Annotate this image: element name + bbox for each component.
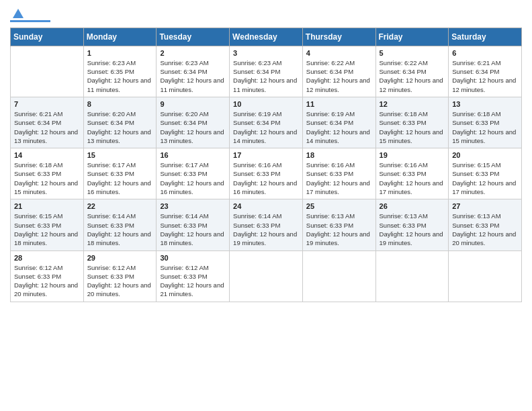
calendar-cell: 22Sunrise: 6:14 AMSunset: 6:33 PMDayligh… — [83, 199, 157, 250]
calendar-week-4: 21Sunrise: 6:15 AMSunset: 6:33 PMDayligh… — [11, 199, 522, 250]
day-number: 22 — [87, 202, 153, 210]
calendar-cell: 20Sunrise: 6:15 AMSunset: 6:33 PMDayligh… — [449, 148, 522, 199]
calendar-cell: 16Sunrise: 6:17 AMSunset: 6:33 PMDayligh… — [157, 148, 230, 199]
day-number: 26 — [380, 202, 445, 210]
calendar-cell: 7Sunrise: 6:21 AMSunset: 6:34 PMDaylight… — [11, 97, 84, 148]
calendar-cell — [11, 46, 84, 97]
calendar-cell: 17Sunrise: 6:16 AMSunset: 6:33 PMDayligh… — [230, 148, 303, 199]
calendar-cell: 3Sunrise: 6:23 AMSunset: 6:34 PMDaylight… — [230, 46, 303, 97]
calendar-cell — [302, 250, 375, 302]
day-number: 5 — [380, 49, 445, 57]
day-number: 2 — [160, 49, 226, 57]
weekday-header-saturday: Saturday — [449, 28, 522, 46]
calendar-cell: 26Sunrise: 6:13 AMSunset: 6:33 PMDayligh… — [375, 199, 449, 250]
day-number: 7 — [14, 100, 80, 108]
day-info: Sunrise: 6:13 AMSunset: 6:33 PMDaylight:… — [306, 212, 372, 247]
day-info: Sunrise: 6:18 AMSunset: 6:33 PMDaylight:… — [380, 109, 445, 145]
calendar-week-2: 7Sunrise: 6:21 AMSunset: 6:34 PMDaylight… — [11, 97, 522, 148]
calendar-cell: 23Sunrise: 6:14 AMSunset: 6:33 PMDayligh… — [157, 199, 230, 250]
day-info: Sunrise: 6:17 AMSunset: 6:33 PMDaylight:… — [160, 161, 226, 196]
calendar-cell: 14Sunrise: 6:18 AMSunset: 6:33 PMDayligh… — [11, 148, 84, 199]
day-number: 14 — [14, 151, 80, 159]
weekday-header-tuesday: Tuesday — [157, 28, 230, 46]
calendar-cell: 15Sunrise: 6:17 AMSunset: 6:33 PMDayligh… — [83, 148, 157, 199]
day-info: Sunrise: 6:20 AMSunset: 6:34 PMDaylight:… — [87, 109, 153, 145]
day-info: Sunrise: 6:16 AMSunset: 6:33 PMDaylight:… — [233, 161, 299, 196]
day-number: 25 — [306, 202, 372, 210]
logo-underline — [10, 20, 50, 22]
day-number: 16 — [160, 151, 226, 159]
day-info: Sunrise: 6:16 AMSunset: 6:33 PMDaylight:… — [306, 161, 372, 196]
day-number: 20 — [452, 151, 518, 159]
day-number: 30 — [160, 254, 226, 262]
calendar-cell: 21Sunrise: 6:15 AMSunset: 6:33 PMDayligh… — [11, 199, 84, 250]
weekday-header-monday: Monday — [83, 28, 157, 46]
day-info: Sunrise: 6:18 AMSunset: 6:33 PMDaylight:… — [452, 109, 518, 145]
day-info: Sunrise: 6:12 AMSunset: 6:33 PMDaylight:… — [14, 263, 80, 299]
calendar-cell: 4Sunrise: 6:22 AMSunset: 6:34 PMDaylight… — [302, 46, 375, 97]
day-info: Sunrise: 6:23 AMSunset: 6:35 PMDaylight:… — [87, 58, 153, 94]
day-number: 10 — [233, 100, 299, 108]
day-info: Sunrise: 6:22 AMSunset: 6:34 PMDaylight:… — [306, 58, 372, 94]
day-info: Sunrise: 6:12 AMSunset: 6:33 PMDaylight:… — [160, 263, 226, 299]
calendar-cell: 25Sunrise: 6:13 AMSunset: 6:33 PMDayligh… — [302, 199, 375, 250]
calendar-cell: 13Sunrise: 6:18 AMSunset: 6:33 PMDayligh… — [449, 97, 522, 148]
day-info: Sunrise: 6:23 AMSunset: 6:34 PMDaylight:… — [233, 58, 299, 94]
weekday-header-friday: Friday — [375, 28, 449, 46]
calendar-cell: 10Sunrise: 6:19 AMSunset: 6:34 PMDayligh… — [230, 97, 303, 148]
calendar-cell: 19Sunrise: 6:16 AMSunset: 6:33 PMDayligh… — [375, 148, 449, 199]
calendar-cell — [230, 250, 303, 302]
calendar-cell: 1Sunrise: 6:23 AMSunset: 6:35 PMDaylight… — [83, 46, 157, 97]
calendar-week-1: 1Sunrise: 6:23 AMSunset: 6:35 PMDaylight… — [11, 46, 522, 97]
calendar-cell: 18Sunrise: 6:16 AMSunset: 6:33 PMDayligh… — [302, 148, 375, 199]
day-info: Sunrise: 6:14 AMSunset: 6:33 PMDaylight:… — [87, 212, 153, 247]
weekday-header-wednesday: Wednesday — [230, 28, 303, 46]
day-number: 17 — [233, 151, 299, 159]
day-number: 6 — [452, 49, 518, 57]
calendar-cell — [449, 250, 522, 302]
day-number: 21 — [14, 202, 80, 210]
calendar-cell: 24Sunrise: 6:14 AMSunset: 6:33 PMDayligh… — [230, 199, 303, 250]
day-number: 9 — [160, 100, 226, 108]
calendar-week-5: 28Sunrise: 6:12 AMSunset: 6:33 PMDayligh… — [11, 250, 522, 302]
day-number: 27 — [452, 202, 518, 210]
calendar-cell: 2Sunrise: 6:23 AMSunset: 6:34 PMDaylight… — [157, 46, 230, 97]
calendar-cell — [375, 250, 449, 302]
calendar-cell: 11Sunrise: 6:19 AMSunset: 6:34 PMDayligh… — [302, 97, 375, 148]
calendar-cell: 27Sunrise: 6:13 AMSunset: 6:33 PMDayligh… — [449, 199, 522, 250]
calendar-cell: 8Sunrise: 6:20 AMSunset: 6:34 PMDaylight… — [83, 97, 157, 148]
calendar-cell: 28Sunrise: 6:12 AMSunset: 6:33 PMDayligh… — [11, 250, 84, 302]
header — [10, 7, 522, 22]
calendar-cell: 29Sunrise: 6:12 AMSunset: 6:33 PMDayligh… — [83, 250, 157, 302]
day-info: Sunrise: 6:21 AMSunset: 6:34 PMDaylight:… — [14, 109, 80, 145]
calendar-table: SundayMondayTuesdayWednesdayThursdayFrid… — [10, 28, 522, 302]
day-number: 29 — [87, 254, 153, 262]
day-info: Sunrise: 6:20 AMSunset: 6:34 PMDaylight:… — [160, 109, 226, 145]
day-number: 28 — [14, 254, 80, 262]
day-number: 11 — [306, 100, 372, 108]
calendar-cell: 6Sunrise: 6:21 AMSunset: 6:34 PMDaylight… — [449, 46, 522, 97]
day-info: Sunrise: 6:13 AMSunset: 6:33 PMDaylight:… — [380, 212, 445, 247]
day-number: 8 — [87, 100, 153, 108]
day-number: 19 — [380, 151, 445, 159]
day-number: 12 — [380, 100, 445, 108]
day-number: 23 — [160, 202, 226, 210]
calendar-cell: 5Sunrise: 6:22 AMSunset: 6:34 PMDaylight… — [375, 46, 449, 97]
day-info: Sunrise: 6:15 AMSunset: 6:33 PMDaylight:… — [452, 161, 518, 196]
calendar-header-row: SundayMondayTuesdayWednesdayThursdayFrid… — [11, 28, 522, 46]
day-number: 13 — [452, 100, 518, 108]
day-info: Sunrise: 6:17 AMSunset: 6:33 PMDaylight:… — [87, 161, 153, 196]
logo — [10, 7, 50, 22]
day-info: Sunrise: 6:12 AMSunset: 6:33 PMDaylight:… — [87, 263, 153, 299]
day-info: Sunrise: 6:14 AMSunset: 6:33 PMDaylight:… — [233, 212, 299, 247]
calendar-week-3: 14Sunrise: 6:18 AMSunset: 6:33 PMDayligh… — [11, 148, 522, 199]
day-number: 3 — [233, 49, 299, 57]
day-info: Sunrise: 6:23 AMSunset: 6:34 PMDaylight:… — [160, 58, 226, 94]
day-number: 18 — [306, 151, 372, 159]
svg-marker-0 — [13, 9, 24, 18]
calendar-cell: 12Sunrise: 6:18 AMSunset: 6:33 PMDayligh… — [375, 97, 449, 148]
day-info: Sunrise: 6:14 AMSunset: 6:33 PMDaylight:… — [160, 212, 226, 247]
page: SundayMondayTuesdayWednesdayThursdayFrid… — [0, 0, 532, 411]
day-number: 1 — [87, 49, 153, 57]
logo-icon — [11, 9, 24, 18]
